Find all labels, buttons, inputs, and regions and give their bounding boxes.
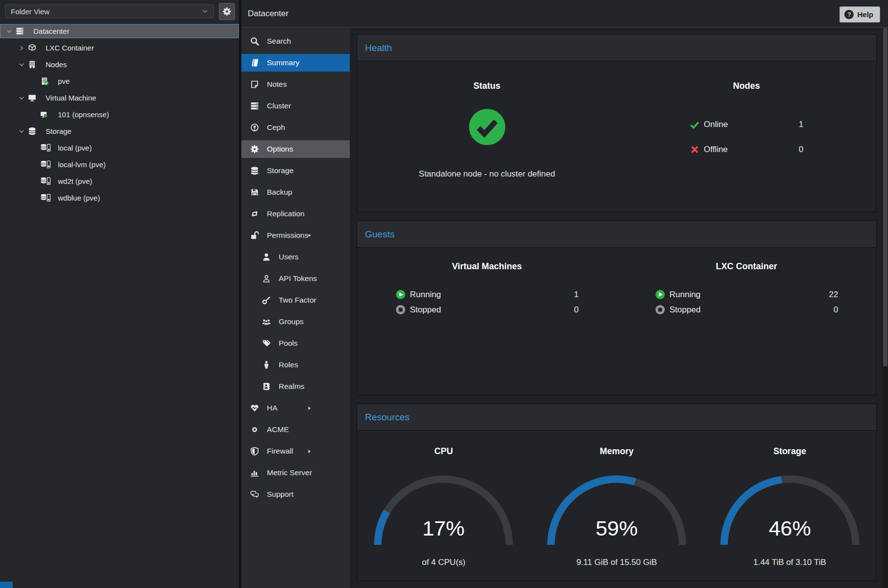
nav-item-support[interactable]: Support <box>241 486 350 503</box>
nav-item-two-factor[interactable]: Two Factor <box>241 291 350 309</box>
guest-status-label: Stopped <box>670 305 701 315</box>
chevron-down-icon <box>202 8 209 15</box>
resource-tree-panel: Folder View DatacenterLXC ContainerNodes… <box>0 0 239 588</box>
tree-item-local-pve[interactable]: local (pve) <box>0 141 239 155</box>
floppy-icon <box>250 188 262 197</box>
nav-item-groups[interactable]: Groups <box>241 313 350 331</box>
main-region: Datacenter ? Help SearchSummaryNotesClus… <box>241 0 888 588</box>
tree-item-local-lvm-pve[interactable]: local-lvm (pve) <box>0 157 239 172</box>
guest-status-row: Stopped0 <box>395 302 579 317</box>
nav-item-firewall[interactable]: Firewall <box>241 442 350 460</box>
nav-item-backup[interactable]: Backup <box>241 183 350 201</box>
guest-status-row: Running1 <box>395 287 579 302</box>
content-header: Datacenter ? Help <box>241 0 888 27</box>
tree-item-wd2t-pve[interactable]: wd2t (pve) <box>0 174 239 188</box>
resources-panel-title: Resources <box>357 404 876 431</box>
check-icon <box>690 120 700 129</box>
nav-item-summary[interactable]: Summary <box>241 54 350 72</box>
database-icon <box>250 166 262 175</box>
storage-gauge-chart: 46% <box>703 470 876 549</box>
nav-item-label: Search <box>267 37 291 46</box>
nav-item-acme[interactable]: ACME <box>241 421 350 438</box>
gear-icon <box>250 145 262 153</box>
view-mode-value: Folder View <box>11 7 202 16</box>
guest-status-value: 0 <box>834 305 838 315</box>
nav-item-replication[interactable]: Replication <box>241 205 350 223</box>
ceph-icon <box>250 123 262 132</box>
view-mode-select[interactable]: Folder View <box>5 4 214 18</box>
tree-item-virtual-machine[interactable]: Virtual Machine <box>0 91 239 105</box>
nodes-heading: Nodes <box>617 81 876 91</box>
cross-icon <box>690 145 700 154</box>
nav-item-api-tokens[interactable]: API Tokens <box>241 270 350 287</box>
tree-settings-button[interactable] <box>219 3 235 20</box>
user-outline-icon <box>262 274 274 283</box>
nav-item-label: Users <box>279 253 298 261</box>
nav-item-cluster[interactable]: Cluster <box>241 97 350 115</box>
nav-item-roles[interactable]: Roles <box>241 356 350 374</box>
guest-status-label: Running <box>410 290 441 300</box>
chevron-right-icon[interactable] <box>18 45 28 51</box>
resource-gauge-heading: Storage <box>703 446 876 457</box>
nav-item-ha[interactable]: HA <box>241 399 350 417</box>
nav-item-notes[interactable]: Notes <box>241 76 350 93</box>
nav-item-storage[interactable]: Storage <box>241 162 350 179</box>
chevron-down-icon[interactable] <box>18 128 28 135</box>
tree-item-label: wd2t (pve) <box>58 177 92 185</box>
stopped-icon <box>395 305 406 315</box>
cluster-icon <box>250 102 262 110</box>
nav-item-realms[interactable]: Realms <box>241 378 350 395</box>
nodes-table: Online1Offline0 <box>690 112 804 162</box>
tree-item-storage[interactable]: Storage <box>0 124 239 138</box>
nav-item-label: Pools <box>279 339 298 348</box>
chevron-down-icon[interactable] <box>6 28 16 35</box>
scrollbar-thumb[interactable] <box>883 28 888 366</box>
nav-item-label: Two Factor <box>279 296 316 305</box>
certificate-icon <box>250 425 262 434</box>
tree-item-lxc-container[interactable]: LXC Container <box>0 41 239 55</box>
nav-item-pools[interactable]: Pools <box>241 334 350 352</box>
nav-item-permissions[interactable]: Permissions <box>241 227 350 244</box>
resource-gauge-heading: CPU <box>357 446 530 457</box>
nav-item-users[interactable]: Users <box>241 248 350 266</box>
resource-gauge-cpu: CPU17%of 4 CPU(s) <box>357 431 530 581</box>
node-status-label: Offline <box>704 145 728 154</box>
chevron-down-icon[interactable] <box>18 61 28 68</box>
tree-item-pve[interactable]: pve <box>0 74 239 88</box>
svg-text:59%: 59% <box>596 516 638 540</box>
nav-item-search[interactable]: Search <box>241 32 350 50</box>
resources-panel: Resources CPU17%of 4 CPU(s)Memory59%9.11… <box>357 404 877 581</box>
nav-item-ceph[interactable]: Ceph <box>241 119 350 136</box>
tree-item-101-opnsense[interactable]: 101 (opnsense) <box>0 107 239 122</box>
guest-status-label: Stopped <box>410 305 441 315</box>
guest-status-label: Running <box>670 290 701 300</box>
help-button[interactable]: ? Help <box>839 6 880 23</box>
resource-gauge-subtitle: of 4 CPU(s) <box>357 558 530 567</box>
tree-item-nodes[interactable]: Nodes <box>0 57 239 72</box>
guests-column-virtual-machines: Virtual MachinesRunning1Stopped0 <box>357 248 617 395</box>
guests-column-heading: LXC Container <box>617 261 876 272</box>
question-icon: ? <box>844 10 854 19</box>
nav-item-label: Firewall <box>267 447 293 456</box>
nav-item-options[interactable]: Options <box>241 140 350 158</box>
nav-item-label: Permissions <box>267 231 308 240</box>
nav-item-metric-server[interactable]: Metric Server <box>241 464 350 482</box>
content-scrollbar[interactable] <box>883 28 888 588</box>
tree-item-wdblue-pve[interactable]: wdblue (pve) <box>0 191 239 205</box>
chevron-down-icon[interactable] <box>18 95 28 102</box>
tree-item-datacenter[interactable]: Datacenter <box>0 24 239 38</box>
search-icon <box>250 37 262 46</box>
node-status-value: 0 <box>799 145 803 154</box>
tree-item-label: LXC Container <box>46 44 94 52</box>
guest-status-row: Running22 <box>655 287 838 302</box>
nav-item-label: Storage <box>267 166 293 175</box>
caret-right-icon <box>306 399 313 417</box>
monitor-icon <box>28 94 43 102</box>
status-heading: Status <box>357 81 617 91</box>
building-icon <box>28 60 43 69</box>
guest-status-value: 0 <box>574 305 578 315</box>
resource-gauge-heading: Memory <box>530 446 704 457</box>
monitor-play-icon <box>40 110 55 119</box>
proxmox-app: Folder View DatacenterLXC ContainerNodes… <box>0 0 888 588</box>
caret-down-icon <box>306 227 313 244</box>
